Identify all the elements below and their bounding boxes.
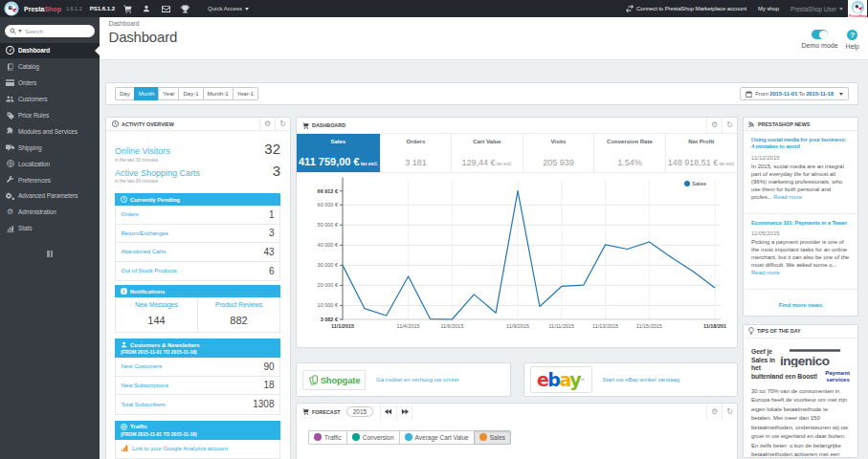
sidebar-item-modules-and-services[interactable]: Modules and Services <box>0 123 100 140</box>
panel-refresh-button[interactable]: ↻ <box>275 118 290 130</box>
kpi-cart-value[interactable]: Cart Value129,44 € tax excl. <box>452 134 523 172</box>
sidebar-item-localization[interactable]: Localization <box>0 156 100 172</box>
shopgate-link[interactable]: Ga mobiel en verhoog uw omzet <box>376 377 458 382</box>
sidebar-item-price-rules[interactable]: Price Rules <box>0 107 100 123</box>
forecast-legend-sales[interactable]: Sales <box>474 430 511 445</box>
product-reviews-cell[interactable]: Product Reviews 882 <box>197 297 279 332</box>
help-button[interactable]: ? Help <box>846 30 859 50</box>
wrench-icon <box>5 175 15 186</box>
truck-icon <box>5 142 15 153</box>
sidebar-item-customers[interactable]: Customers <box>0 91 100 107</box>
my-shop-link[interactable]: My shop <box>758 6 779 11</box>
brand[interactable]: PrestaShop <box>24 6 61 12</box>
user-avatar[interactable]: PrestaShop <box>848 0 867 21</box>
backward-button[interactable] <box>381 404 396 421</box>
svg-text:11/18/201: 11/18/201 <box>703 323 726 329</box>
sidebar-item-administration[interactable]: ⚙Administration <box>0 204 100 220</box>
refresh-icon: ↻ <box>726 408 733 416</box>
forecast-legend-conversion[interactable]: Conversion <box>346 430 399 445</box>
kpi-sales[interactable]: Sales411 759,00 € tax excl. <box>297 134 381 172</box>
range-button-year[interactable]: Year <box>158 87 178 100</box>
active-carts-metric[interactable]: Active Shopping Carts 3 <box>115 165 280 177</box>
customer-icon[interactable] <box>143 5 162 12</box>
online-visitors-metric[interactable]: Online Visitors 32 <box>115 143 280 155</box>
daterange-picker[interactable]: From 2015-11-01 To 2015-11-18 <box>740 87 849 100</box>
home-icon <box>5 45 15 55</box>
range-button-day[interactable]: Day <box>115 87 134 100</box>
tip-of-the-day: ingenico Paymentservices Geef je Sales i… <box>744 339 857 458</box>
svg-text:20 000 €: 20 000 € <box>318 282 338 288</box>
panel-refresh-button[interactable]: ↻ <box>722 404 737 421</box>
search-scope-caret-icon[interactable] <box>18 30 22 33</box>
range-button-month[interactable]: Month <box>134 87 159 100</box>
forecast-panel: FORECAST 2015 ⚙ ↻ <box>296 403 738 459</box>
sidebar-item-stats[interactable]: Stats <box>0 220 100 236</box>
svg-text:PrestaShop: PrestaShop <box>849 14 867 18</box>
svg-text:11/11/2015: 11/11/2015 <box>548 323 574 329</box>
cart-icon[interactable] <box>123 5 143 13</box>
marketplace-connect-link[interactable]: Connect to PrestaShop Marketplace accoun… <box>626 5 746 12</box>
kpi-visits[interactable]: Visits205 939 <box>523 134 595 172</box>
ebay-logo[interactable]: ebay™ <box>530 366 592 393</box>
panel-settings-button[interactable]: ⚙ <box>706 118 722 133</box>
svg-text:50 000 €: 50 000 € <box>318 222 338 228</box>
pending-table: Orders1Return/Exchanges3Abandoned Carts4… <box>115 206 280 281</box>
trophy-icon[interactable] <box>181 5 200 13</box>
kpi-net-profit[interactable]: Net Profit148 918,51 € tax excl. <box>666 134 737 172</box>
forecast-legend-traffic[interactable]: Traffic <box>308 430 346 445</box>
user-menu[interactable]: PrestaShop User <box>790 6 843 12</box>
sidebar-item-shipping[interactable]: Shipping <box>0 140 100 156</box>
kpi-conversion-rate[interactable]: Conversion Rate1.54% <box>594 134 666 172</box>
customers-row-new-subscriptions[interactable]: New Subscriptions18 <box>116 377 279 396</box>
pending-row-return-exchanges[interactable]: Return/Exchanges3 <box>116 225 279 244</box>
news-title[interactable]: Ecommerce 101: Payments in a Tweet <box>751 220 850 227</box>
calendar-icon <box>746 91 752 98</box>
shopgate-logo[interactable]: Shopgate <box>302 370 366 390</box>
panel-settings-button[interactable]: ⚙ <box>259 118 275 130</box>
customers-row-total-subscribers[interactable]: Total Subscribers1308 <box>116 395 279 414</box>
tag-icon <box>5 110 15 120</box>
pending-row-orders[interactable]: Orders1 <box>116 206 279 225</box>
sidebar-item-orders[interactable]: Orders <box>0 75 100 91</box>
ebay-link[interactable]: Start uw eBay-winkel vandaag <box>603 377 680 382</box>
panel-refresh-button[interactable]: ↻ <box>722 118 737 133</box>
range-button-day-1[interactable]: Day-1 <box>178 87 202 100</box>
news-title[interactable]: Using social media for your business: 4 … <box>751 137 850 151</box>
new-messages-cell[interactable]: New Messages 144 <box>116 297 197 332</box>
messages-icon[interactable] <box>162 6 181 12</box>
group-icon <box>5 94 15 104</box>
kpi-orders[interactable]: Orders3 181 <box>381 134 453 172</box>
toggle-on-icon[interactable] <box>812 30 828 39</box>
customers-row-new-customers[interactable]: New Customers90 <box>116 358 279 377</box>
forecast-legend-average-cart-value[interactable]: Average Cart Value <box>399 430 474 445</box>
find-more-news-link[interactable]: Find more news <box>779 302 823 308</box>
forward-button[interactable] <box>396 404 412 421</box>
bar-chart-icon <box>5 223 15 233</box>
chart-legend[interactable]: Sales <box>684 181 706 186</box>
read-more-link[interactable]: Read more <box>751 270 780 275</box>
sidebar-item-advanced-parameters[interactable]: Advanced Parameters <box>0 188 100 205</box>
svg-text:11/9/2015: 11/9/2015 <box>506 323 529 329</box>
google-analytics-link[interactable]: Link to your Google Analytics account <box>132 446 228 451</box>
shop-name[interactable]: PS1.6.1.2 <box>90 6 115 11</box>
read-more-link[interactable]: Read more <box>773 194 802 200</box>
panel-settings-button[interactable]: ⚙ <box>706 404 722 421</box>
news-body: Picking a payment provider is one of the… <box>751 238 850 276</box>
news-footer: Find more news <box>744 290 857 316</box>
svg-text:10 000 €: 10 000 € <box>318 302 338 308</box>
range-button-year-1[interactable]: Year-1 <box>233 87 258 100</box>
collapse-sidebar-button[interactable] <box>45 244 55 261</box>
pending-row-abandoned-carts[interactable]: Abandoned Carts43 <box>116 243 279 262</box>
sidebar-item-catalog[interactable]: Catalog <box>0 58 100 75</box>
ingenico-payment-services-label: Paymentservices <box>825 369 850 382</box>
question-mark-icon[interactable]: ? <box>847 30 857 40</box>
pending-row-out-of-stock-products[interactable]: Out of Stock Products6 <box>116 262 279 281</box>
range-button-month-1[interactable]: Month-1 <box>203 87 233 100</box>
sidebar-item-dashboard[interactable]: Dashboard <box>0 43 100 59</box>
sidebar-item-preferences[interactable]: Preferences <box>0 172 100 188</box>
demo-mode-toggle[interactable]: Demo mode <box>801 30 837 50</box>
quick-access-menu[interactable]: Quick Access <box>208 6 249 11</box>
info-icon <box>121 288 127 295</box>
news-date: 11/12/2015 <box>751 155 850 161</box>
prestashop-logo-icon <box>4 1 19 16</box>
